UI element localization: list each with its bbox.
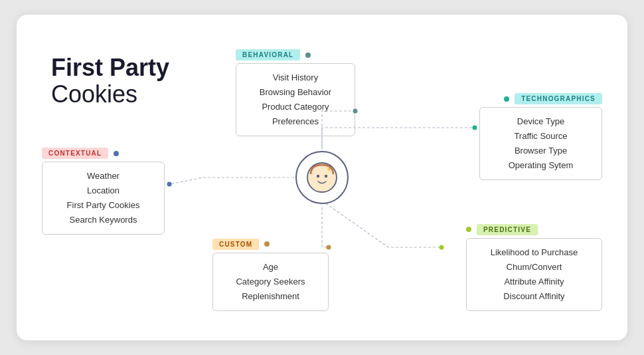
custom-label: CUSTOM (212, 239, 259, 250)
contextual-item-1: Weather (53, 169, 153, 183)
predictive-dot (466, 227, 471, 232)
svg-point-4 (440, 245, 444, 250)
contextual-item-4: Search Keywords (53, 213, 153, 227)
title-line2: Cookies (51, 81, 169, 108)
svg-point-5 (307, 163, 337, 192)
custom-box: Age Category Seekers Replenishment (212, 253, 329, 311)
avatar-svg (304, 160, 340, 195)
main-card: First Party Cookies .connector { stroke:… (17, 15, 627, 340)
contextual-box: Weather Location First Party Cookies Sea… (42, 162, 165, 235)
technographics-group: TECHNOGRAPHICS Device Type Traffic Sourc… (479, 93, 602, 180)
predictive-box: Likelihood to Purchase Chum/Convert Attr… (466, 238, 602, 311)
techno-item-3: Browser Type (491, 144, 591, 158)
contextual-label: CONTEXTUAL (42, 148, 108, 159)
svg-point-6 (317, 175, 319, 178)
behavioral-box: Visit History Browsing Behavior Product … (236, 63, 355, 136)
technographics-box: Device Type Traffic Source Browser Type … (479, 107, 602, 180)
contextual-dot (114, 151, 119, 156)
custom-dot (264, 241, 270, 247)
predictive-label: PREDICTIVE (477, 224, 538, 235)
custom-item-1: Age (224, 260, 317, 275)
behavioral-item-2: Browsing Behavior (247, 85, 344, 100)
behavioral-item-3: Product Category (247, 100, 344, 114)
title-area: First Party Cookies (51, 55, 169, 107)
behavioral-group: BEHAVIORAL Visit History Browsing Behavi… (236, 49, 355, 136)
custom-group: CUSTOM Age Category Seekers Replenishmen… (212, 239, 329, 311)
predictive-group: PREDICTIVE Likelihood to Purchase Chum/C… (466, 224, 602, 311)
svg-point-7 (325, 175, 327, 178)
techno-item-4: Operating Sytem (491, 158, 591, 173)
contextual-item-3: First Party Cookies (53, 198, 153, 213)
techno-item-2: Traffic Source (491, 129, 591, 144)
behavioral-item-1: Visit History (247, 70, 344, 85)
techno-item-1: Device Type (491, 114, 591, 129)
behavioral-item-4: Preferences (247, 114, 344, 129)
techno-dot (504, 96, 509, 102)
predictive-item-3: Attribute Affinity (477, 275, 591, 289)
technographics-label: TECHNOGRAPHICS (515, 93, 602, 104)
behavioral-dot (305, 53, 311, 58)
svg-point-2 (167, 182, 172, 187)
center-avatar (295, 151, 349, 204)
contextual-item-2: Location (53, 183, 153, 198)
contextual-group: CONTEXTUAL Weather Location First Party … (42, 148, 165, 235)
title-line1: First Party (51, 55, 169, 81)
custom-item-3: Replenishment (224, 289, 317, 304)
predictive-item-2: Chum/Convert (477, 260, 591, 275)
predictive-item-1: Likelihood to Purchase (477, 245, 591, 260)
behavioral-label: BEHAVIORAL (236, 49, 300, 60)
svg-point-1 (473, 126, 477, 130)
predictive-item-4: Discount Affinity (477, 289, 591, 304)
custom-item-2: Category Seekers (224, 275, 317, 289)
